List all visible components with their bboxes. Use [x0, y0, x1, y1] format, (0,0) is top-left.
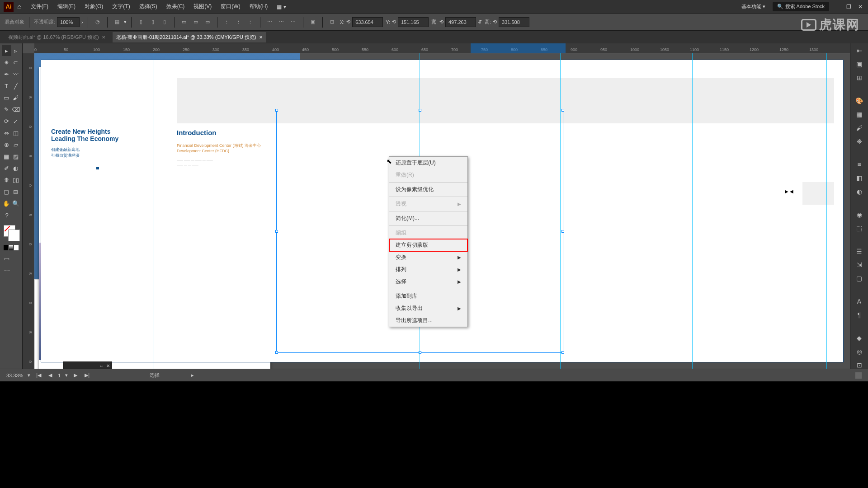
link-h-icon[interactable]: ⟲ — [493, 19, 497, 25]
x-field[interactable]: 633.654 — [352, 17, 383, 27]
distribute-v1-icon[interactable]: ⋮ — [222, 17, 232, 27]
menu-effect[interactable]: 效果(C) — [163, 1, 189, 12]
menu-edit[interactable]: 编辑(E) — [54, 1, 79, 12]
ctx-simplify[interactable]: 简化(M)... — [389, 212, 467, 225]
menu-object[interactable]: 对象(O) — [81, 1, 107, 12]
ctx-transform[interactable]: 变换▶ — [389, 251, 467, 263]
document-tab[interactable]: 老杨-商业画册-01期20211014.ai* @ 33.33% (CMYK/G… — [113, 32, 266, 42]
w-field[interactable]: 497.263 — [445, 17, 476, 27]
ctx-undo[interactable]: 还原置于底层(U) — [389, 157, 467, 169]
align-bottom-icon[interactable]: ▭ — [203, 17, 212, 27]
swatches-panel-icon[interactable]: ▦ — [854, 111, 864, 118]
document-tab[interactable]: 视频封面.ai* @ 16.67% (RGB/GPU 预览)✕ — [5, 32, 109, 42]
window-minimize-icon[interactable]: — — [833, 4, 841, 9]
selection-tool-icon[interactable]: ▸ — [2, 45, 11, 56]
color-mode-icon[interactable] — [4, 245, 8, 250]
toolbar-edit-icon[interactable]: ? — [2, 210, 12, 221]
panel-collapse-icon[interactable]: ↔ — [99, 363, 104, 368]
ctx-collect-export[interactable]: 收集以导出▶ — [389, 302, 467, 314]
menu-view[interactable]: 视图(V) — [190, 1, 215, 12]
first-artboard-icon[interactable]: |◀ — [35, 372, 42, 378]
ctx-arrange[interactable]: 排列▶ — [389, 263, 467, 276]
distribute-h2-icon[interactable]: ⋯ — [277, 17, 287, 27]
ctx-select[interactable]: 选择▶ — [389, 276, 467, 288]
screen-mode-icon[interactable]: ▭ — [2, 253, 12, 264]
guide-vertical[interactable] — [154, 53, 154, 369]
libraries-panel-icon[interactable]: ⊞ — [854, 74, 864, 81]
y-field[interactable]: 151.165 — [398, 17, 429, 27]
align-to-icon[interactable]: ▣ — [308, 17, 318, 27]
tab-close-icon[interactable]: ✕ — [259, 35, 263, 40]
artboards-panel-icon[interactable]: ▢ — [854, 275, 864, 282]
lock-ratio-icon[interactable]: ⇵ — [478, 19, 482, 25]
eyedropper-tool-icon[interactable]: ✐ — [2, 163, 11, 174]
artboard-number[interactable]: 1 — [58, 373, 61, 378]
status-arrow-icon[interactable]: ▸ — [191, 372, 194, 378]
style-icon[interactable]: ◔ — [93, 17, 103, 27]
zoom-dropdown-icon[interactable]: ▾ — [28, 372, 30, 378]
prev-artboard-icon[interactable]: ◀ — [47, 372, 53, 378]
rectangle-tool-icon[interactable]: ▭ — [2, 92, 11, 103]
width-tool-icon[interactable]: ⇔ — [2, 127, 11, 138]
menu-select[interactable]: 选择(S) — [136, 1, 161, 12]
next-artboard-icon[interactable]: ▶ — [72, 372, 79, 378]
properties-panel-icon[interactable]: ▣ — [854, 61, 864, 68]
last-artboard-icon[interactable]: ▶| — [83, 372, 91, 378]
type-tool-icon[interactable]: T — [2, 80, 11, 91]
character-panel-icon[interactable]: A — [854, 298, 864, 305]
comments-panel-icon[interactable]: ◆ — [854, 334, 864, 342]
menu-extra-icon[interactable]: ▦ ▾ — [273, 2, 289, 12]
appearance-panel-icon[interactable]: ◉ — [854, 211, 864, 218]
pen-tool-icon[interactable]: ✒ — [2, 69, 11, 80]
blend-tool-icon[interactable]: ◐ — [11, 163, 21, 174]
rotate-tool-icon[interactable]: ⟳ — [2, 116, 11, 127]
distribute-h3-icon[interactable]: ⋯ — [288, 17, 298, 27]
brush-tool-icon[interactable]: 🖌 — [11, 92, 21, 103]
line-tool-icon[interactable]: ╱ — [11, 80, 21, 91]
graph-tool-icon[interactable]: ▯▯ — [11, 174, 21, 185]
ctx-add-to-library[interactable]: 添加到库 — [389, 290, 467, 302]
align-hcenter-icon[interactable]: ▯ — [148, 17, 158, 27]
scale-tool-icon[interactable]: ⤢ — [11, 116, 21, 127]
gradient-panel-icon[interactable]: ◧ — [854, 174, 864, 182]
edit-toolbar-icon[interactable]: ⋯ — [2, 265, 12, 276]
color-panel-icon[interactable]: 🎨 — [854, 97, 864, 104]
shaper-tool-icon[interactable]: ✎ — [2, 104, 11, 115]
distribute-v2-icon[interactable]: ⋮ — [234, 17, 244, 27]
zoom-tool-icon[interactable]: 🔍 — [11, 198, 21, 209]
distribute-h1-icon[interactable]: ⋯ — [265, 17, 275, 27]
align-top-icon[interactable]: ▭ — [179, 17, 189, 27]
link-y-icon[interactable]: ⟲ — [392, 19, 396, 25]
align-right-icon[interactable]: ▯ — [160, 17, 170, 27]
gradient-mode-icon[interactable] — [9, 245, 14, 250]
direct-selection-tool-icon[interactable]: ▹ — [11, 45, 21, 56]
free-transform-tool-icon[interactable]: ◫ — [11, 127, 21, 138]
workspace-switcher[interactable]: 基本功能 ▾ — [738, 2, 769, 11]
paragraph-panel-icon[interactable]: ¶ — [854, 311, 864, 319]
align-vcenter-icon[interactable]: ▭ — [191, 17, 201, 27]
transparency-panel-icon[interactable]: ◐ — [854, 188, 864, 195]
align-grid-icon[interactable]: ▦ — [112, 17, 122, 27]
lasso-tool-icon[interactable]: ⊂ — [11, 57, 21, 68]
ctx-make-clipping-mask[interactable]: 建立剪切蒙版 — [389, 239, 467, 251]
distribute-v3-icon[interactable]: ⋮ — [245, 17, 255, 27]
align-left-icon[interactable]: ▯ — [136, 17, 146, 27]
search-stock-field[interactable]: 🔍搜索 Adobe Stock — [773, 2, 829, 11]
tab-close-icon[interactable]: ✕ — [102, 35, 105, 40]
window-close-icon[interactable]: ✕ — [856, 4, 864, 9]
artboard-dropdown-icon[interactable]: ▾ — [65, 372, 68, 378]
fill-stroke-swatch[interactable] — [2, 225, 20, 243]
graphic-styles-panel-icon[interactable]: ⬚ — [854, 225, 864, 232]
link-xy-icon[interactable]: ⟲ — [346, 19, 350, 25]
menu-type[interactable]: 文字(T) — [108, 1, 133, 12]
canvas-area[interactable]: 0501001502002503003504004505005506006507… — [23, 43, 850, 369]
guide-vertical[interactable] — [692, 53, 693, 369]
artboard-tool-icon[interactable]: ▢ — [2, 186, 11, 197]
h-field[interactable]: 331.508 — [499, 17, 529, 27]
window-restore-icon[interactable]: ❐ — [844, 4, 853, 9]
align-dropdown-icon[interactable]: ▾ — [124, 19, 127, 25]
transform-icon[interactable]: ⊞ — [327, 17, 337, 27]
menu-file[interactable]: 文件(F) — [27, 1, 52, 12]
brushes-panel-icon[interactable]: 🖌 — [854, 124, 864, 131]
ctx-export-selection[interactable]: 导出所选项目... — [389, 314, 467, 327]
